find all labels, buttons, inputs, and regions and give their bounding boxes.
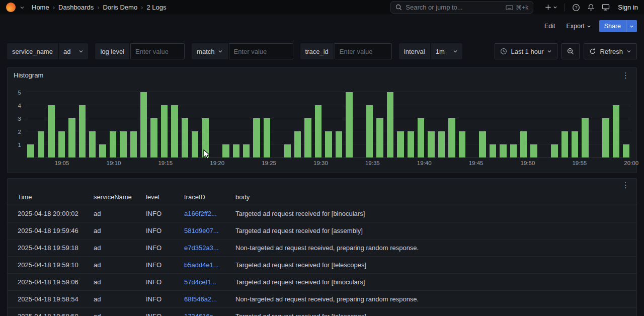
histogram-bar[interactable] — [48, 105, 54, 157]
column-header-body[interactable]: body — [232, 190, 636, 205]
help-button[interactable]: ? — [572, 4, 580, 12]
service-name-select[interactable]: ad — [59, 43, 88, 59]
sign-in-button[interactable]: Sign in — [618, 4, 638, 11]
histogram-bar[interactable] — [38, 131, 44, 157]
export-button[interactable]: Export — [564, 20, 594, 32]
histogram-bar[interactable] — [243, 144, 250, 157]
histogram-bar[interactable] — [336, 131, 342, 157]
histogram-bar[interactable] — [397, 131, 404, 157]
breadcrumb-doris-demo[interactable]: Doris Demo — [103, 4, 137, 11]
histogram-bar[interactable] — [99, 144, 106, 157]
bar-slot — [98, 83, 108, 157]
interval-select[interactable]: 1m — [431, 43, 462, 59]
histogram-bar[interactable] — [479, 131, 486, 157]
histogram-bar[interactable] — [161, 105, 168, 157]
histogram-bar[interactable] — [202, 118, 208, 157]
bar-slot — [467, 83, 477, 157]
trace-id-link[interactable]: a166f2ff2... — [184, 210, 217, 217]
histogram-bar[interactable] — [304, 118, 311, 157]
histogram-bar[interactable] — [325, 131, 332, 157]
panel-menu-icon[interactable]: ⋮ — [621, 181, 630, 189]
column-header-time[interactable]: Time — [8, 190, 91, 205]
edit-button[interactable]: Edit — [541, 20, 558, 32]
x-tick-label: 19:25 — [262, 160, 276, 166]
histogram-bar[interactable] — [530, 144, 537, 157]
zoom-out-button[interactable] — [561, 43, 580, 59]
histogram-bar[interactable] — [510, 144, 517, 157]
trace-id-link[interactable]: 581d9e07... — [184, 227, 219, 234]
tv-mode-button[interactable] — [602, 4, 610, 11]
time-range-picker[interactable]: Last 1 hour — [495, 43, 557, 59]
log-level-input[interactable] — [130, 43, 185, 59]
histogram-bar[interactable] — [366, 105, 373, 157]
trace-id-link[interactable]: b5add4e1... — [184, 261, 219, 269]
histogram-bar[interactable] — [315, 105, 321, 157]
histogram-bar[interactable] — [110, 131, 116, 157]
histogram-bar[interactable] — [89, 131, 96, 157]
histogram-bar[interactable] — [459, 131, 465, 157]
histogram-bar[interactable] — [284, 144, 291, 157]
breadcrumb-current[interactable]: 2 Logs — [146, 4, 166, 11]
histogram-bar[interactable] — [387, 92, 393, 157]
trace-id-link[interactable]: e7d352a3... — [184, 244, 219, 252]
share-button[interactable]: Share — [599, 20, 626, 32]
histogram-bar[interactable] — [294, 131, 301, 157]
histogram-bar[interactable] — [346, 92, 352, 157]
histogram-bar[interactable] — [182, 118, 188, 157]
match-label[interactable]: match — [192, 43, 227, 59]
x-tick-label: 19:45 — [469, 160, 484, 166]
histogram-bar[interactable] — [561, 131, 568, 157]
add-button[interactable] — [544, 4, 557, 11]
histogram-bar[interactable] — [418, 118, 424, 157]
histogram-bar[interactable] — [79, 105, 86, 157]
column-header-level[interactable]: level — [143, 190, 181, 205]
histogram-bar[interactable] — [27, 144, 34, 157]
histogram-bar[interactable] — [58, 131, 65, 157]
bar-slot — [477, 83, 488, 157]
bar-slot — [149, 83, 159, 157]
histogram-bar[interactable] — [222, 144, 229, 157]
histogram-bar[interactable] — [551, 144, 557, 157]
breadcrumb-dashboards[interactable]: Dashboards — [58, 4, 94, 11]
column-header-traceid[interactable]: traceID — [181, 190, 232, 205]
histogram-bar[interactable] — [408, 131, 414, 157]
histogram-bar[interactable] — [68, 118, 75, 157]
histogram-bar[interactable] — [120, 131, 126, 157]
histogram-bar[interactable] — [253, 118, 260, 157]
notifications-button[interactable] — [587, 4, 595, 11]
trace-id-input[interactable] — [335, 43, 392, 59]
histogram-bar[interactable] — [150, 118, 157, 157]
chevron-down-icon[interactable] — [20, 5, 25, 10]
trace-id-link[interactable]: 57d4cef1... — [184, 278, 216, 286]
histogram-bar[interactable] — [376, 118, 383, 157]
histogram-bar[interactable] — [438, 131, 445, 157]
histogram-bar[interactable] — [602, 118, 609, 157]
bar-slot — [210, 83, 220, 157]
grafana-logo[interactable] — [6, 3, 16, 12]
histogram-bar[interactable] — [264, 118, 270, 157]
histogram-bar[interactable] — [572, 131, 578, 157]
histogram-bar[interactable] — [520, 131, 527, 157]
histogram-bar[interactable] — [500, 144, 506, 157]
trace-id-link[interactable]: 1734616a... — [184, 312, 219, 316]
histogram-bar[interactable] — [140, 92, 147, 157]
histogram-bar[interactable] — [171, 105, 178, 157]
bar-slot — [87, 83, 97, 157]
histogram-bar[interactable] — [490, 144, 496, 157]
histogram-bar[interactable] — [582, 118, 588, 157]
column-header-servicename[interactable]: serviceName — [91, 190, 143, 205]
histogram-bar[interactable] — [192, 131, 198, 157]
search-input[interactable]: Search or jump to... ⌘+k — [390, 1, 533, 14]
trace-id-link[interactable]: 68f546a2... — [184, 295, 217, 303]
match-input[interactable] — [229, 43, 293, 59]
histogram-bar[interactable] — [623, 144, 629, 157]
panel-menu-icon[interactable]: ⋮ — [621, 71, 630, 79]
refresh-button[interactable]: Refresh — [584, 43, 637, 59]
histogram-bar[interactable] — [130, 131, 137, 157]
histogram-bar[interactable] — [233, 144, 239, 157]
histogram-bar[interactable] — [428, 131, 434, 157]
breadcrumb-home[interactable]: Home — [32, 4, 49, 11]
histogram-bar[interactable] — [448, 118, 455, 157]
histogram-bar[interactable] — [613, 105, 619, 157]
share-menu-button[interactable] — [626, 20, 637, 32]
